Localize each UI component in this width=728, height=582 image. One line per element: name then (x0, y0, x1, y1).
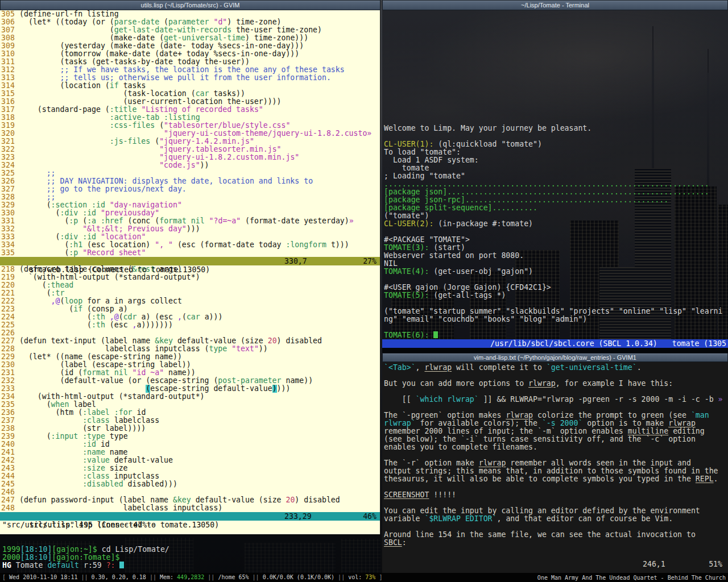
line-number: 311 (1, 58, 19, 66)
line-number: 307 (1, 26, 19, 34)
gvim1-window[interactable]: `<Tab>`, rlwrap will complete it to `get… (382, 362, 728, 573)
code-line: 317 (standard-page (:title "Listing of r… (1, 106, 380, 114)
line-number: 310 (1, 50, 19, 58)
limp-statusbar: Limp: F12 to hide. /usr/lib/sbcl/sbcl.co… (382, 339, 728, 348)
terminal-line: To load "tomate": (384, 148, 728, 156)
code-line: 242 :value default-value (1, 456, 380, 464)
line-number: 318 (1, 114, 19, 122)
code-line: 335 (:p "Record sheet" (1, 249, 380, 257)
text-line (384, 523, 728, 531)
line-number: 316 (1, 98, 19, 106)
line-number: 326 (1, 177, 19, 185)
text-line: (see below); the `-i` turns case sensiti… (384, 435, 728, 443)
code-line: 328 ;; (1, 193, 380, 201)
line-number: 335 (1, 249, 19, 257)
code-line: 231 (id (format nil "id_~a" name)) (1, 369, 380, 377)
code-line: 327 ;; go to the previous/next day. (1, 185, 380, 193)
line-number: 229 (1, 353, 19, 361)
code-line: 316 (user-current-location the-user)))) (1, 98, 380, 106)
terminal-line: ("tomate") (384, 212, 728, 220)
repl-buffer-name: tomate (1305 (672, 339, 726, 348)
code-line: 332 "&lt;&lt; Previous day"))) (1, 225, 380, 233)
line-number: 324 (1, 161, 19, 169)
line-number: 243 (1, 464, 19, 472)
text-line (384, 372, 728, 380)
line-number: 308 (1, 34, 19, 42)
line-number: 247 (1, 496, 19, 504)
line-number: 306 (1, 18, 19, 26)
line-number: 327 (1, 185, 19, 193)
terminal-line: ("tomate" "startup summer" "slackbuilds"… (384, 307, 728, 315)
shell-terminal[interactable]: 1999[18:10][gajon:~]$ cd Lisp/Tomate/200… (0, 534, 380, 573)
repl-output[interactable]: Welcome to Limp. May your journey be ple… (382, 10, 728, 339)
code-line: 311 (tasks (get-tasks-by-date today the-… (1, 58, 380, 66)
code-line: 325 ;; (1, 169, 380, 177)
gvim1-titlebar[interactable]: vim-and-lisp.txt (~/Python/gajon/blog/ra… (382, 353, 728, 362)
text-line: SBCL: (384, 539, 728, 547)
utils-lisp-statusline[interactable]: src/utils.lisp (Connected to tomate.1305… (0, 512, 380, 521)
line-number: 233 (1, 385, 19, 393)
code-line: 329 (:section :id "day-navigation" (1, 201, 380, 209)
code-line: 239 (:input :type type (1, 433, 380, 440)
code-line: 235 (when label (1, 401, 380, 409)
statusline-filename: src/utils.lisp (Connected to tomate.1305… (30, 521, 219, 529)
system-status-bar: [ Wed 2010-11-10 18:11 || 0.30, 0.20, 0.… (0, 573, 728, 582)
code-line: 320 "jquery-ui-custom-theme/jquery-ui-1.… (1, 130, 380, 138)
repl-terminal[interactable]: Welcome to Limp. May your journey be ple… (382, 10, 728, 348)
line-number: 330 (1, 209, 19, 217)
code-line: 323 "jquery-ui-1.8.2.custom.min.js" (1, 153, 380, 161)
terminal-line (384, 276, 728, 284)
gvim-titlebar[interactable]: utils.lisp (~/Lisp/Tomate/src) - GVIM (0, 0, 380, 10)
code-line: 228 labelclass inputclass (type "text")) (1, 345, 380, 353)
code-line: 321 :js-files ("jquery-1.4.2.min.js" (1, 138, 380, 146)
utils-lisp-buffer[interactable]: 218(defmacro table-columns (&rest args)2… (0, 265, 380, 512)
terminal-line: #<USER gajon (Jorge Gajon) {CFD42C1}> (384, 284, 728, 292)
code-line: 308 (make-date (get-universal-time) time… (1, 34, 380, 42)
code-line: 315 (task-location (car tasks)) (1, 90, 380, 98)
code-line: 309 (yesterday (make-date (date- today %… (1, 42, 380, 50)
code-line: 225 (:th (esc ,a))))))) (1, 321, 380, 329)
vim-and-lisp-buffer[interactable]: `<Tab>`, rlwrap will complete it to `get… (384, 364, 728, 547)
code-line: 307 (get-last-date-with-records the-user… (1, 26, 380, 34)
code-line: 312 ;; If we have tasks, the location is… (1, 66, 380, 74)
line-number: 323 (1, 153, 19, 161)
code-line: 243 :size size (1, 464, 380, 472)
terminal-line: CL-USER(1): (ql:quickload "tomate") (384, 140, 728, 148)
code-line: 319 :css-files ("tablesorter/blue/style.… (1, 122, 380, 130)
statusbar-line: [ Wed 2010-11-10 18:11 || 0.30, 0.20, 0.… (2, 573, 382, 582)
code-line: 223 (if (consp a) (1, 305, 380, 313)
block-cursor (433, 331, 438, 338)
code-line: 238 (str label)))) (1, 425, 380, 433)
code-line: 220 (:thead (1, 281, 380, 289)
code-line: 240 :id id (1, 440, 380, 448)
terminal-line: #<PACKAGE "TOMATE"> (384, 236, 728, 244)
gvim-window[interactable]: 305(define-url-fn listing306 (let* ((tod… (0, 10, 380, 534)
text-line: Around line 154 in the same file, we can… (384, 531, 728, 539)
line-number: 309 (1, 42, 19, 50)
code-line: 318 :active-tab :listing (1, 114, 380, 122)
terminal-line: [package split-sequence].......... (384, 204, 728, 212)
code-line: 226 (1, 329, 380, 337)
line-number: 223 (1, 305, 19, 313)
window-title: vim-and-lisp.txt (~/Python/gajon/blog/ra… (474, 354, 636, 361)
code-line: 334 (:h1 (esc location) ", " (esc (forma… (1, 241, 380, 249)
terminal-line: tomate (384, 164, 728, 172)
terminal-line: [package json-rpc]......................… (384, 196, 728, 204)
terminal-titlebar[interactable]: ~/Lisp/Tomate - Terminal (382, 0, 728, 10)
code-line: 230 (label (escape-string label)) (1, 361, 380, 369)
window-title: ~/Lisp/Tomate - Terminal (521, 2, 589, 9)
web-lisp-statusline[interactable]: src/web.lisp (Connected to tomate.13050)… (0, 257, 380, 265)
statusline-percent: 27% (363, 257, 377, 265)
text-line (384, 451, 728, 459)
line-number: 239 (1, 433, 19, 440)
line-number: 236 (1, 409, 19, 417)
text-line: The `-pgreen` option makes rlwrap colori… (384, 411, 728, 419)
code-line: 241 :name name (1, 448, 380, 456)
line-number: 313 (1, 74, 19, 82)
line-number: 329 (1, 201, 19, 209)
code-line: 245 :disabled disabled))) (1, 480, 380, 488)
web-lisp-buffer[interactable]: 305(define-url-fn listing306 (let* ((tod… (0, 10, 380, 257)
line-number: 319 (1, 122, 19, 130)
statusline-filename: src/web.lisp (Connected to tomate.13050) (30, 265, 210, 274)
line-number: 230 (1, 361, 19, 369)
